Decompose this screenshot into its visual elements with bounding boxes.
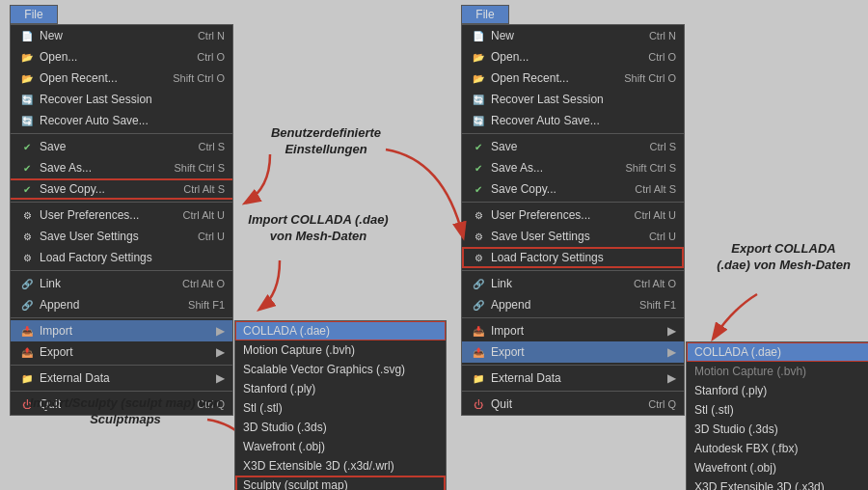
right-divider-4 (462, 317, 684, 318)
right-menu-item-import[interactable]: 📥 Import ▶ (462, 320, 684, 341)
right-export-icon: 📤 (470, 344, 487, 360)
save-user-icon: ⚙ (18, 229, 36, 244)
export-arrow: ▶ (216, 345, 225, 359)
left-divider-3 (11, 270, 232, 271)
right-file-tab[interactable]: File (461, 5, 509, 24)
right-menu-item-open-recent[interactable]: 📂 Open Recent... Shift Ctrl O (462, 68, 684, 89)
right-menu-item-link[interactable]: 🔗 Link Ctrl Alt O (462, 273, 684, 294)
left-divider-4 (11, 317, 232, 318)
arrow-import-collada (251, 256, 309, 313)
right-import-icon: 📥 (470, 323, 487, 339)
left-file-tab[interactable]: File (10, 5, 58, 24)
right-sub-x3d[interactable]: X3D Extensible 3D (.x3d) (687, 477, 868, 490)
right-menu-item-new[interactable]: 📄 New Ctrl N (462, 25, 684, 46)
right-menu-item-load-factory[interactable]: ⚙ Load Factory Settings (462, 247, 684, 268)
right-quit-icon: ⏻ (470, 396, 487, 412)
right-sub-mocap[interactable]: Motion Capture (.bvh) (687, 362, 868, 381)
external-data-icon: 📁 (18, 370, 36, 386)
left-sub-mocap[interactable]: Motion Capture (.bvh) (235, 340, 446, 360)
left-sub-x3d[interactable]: X3D Extensible 3D (.x3d/.wrl) (235, 456, 446, 476)
right-menu-item-save-as[interactable]: ✔ Save As... Shift Ctrl S (462, 157, 684, 178)
load-factory-icon: ⚙ (18, 250, 36, 265)
right-recover-last-icon: 🔄 (470, 92, 487, 107)
right-import-arrow: ▶ (667, 324, 676, 338)
right-menu-item-external-data[interactable]: 📁 External Data ▶ (462, 368, 684, 389)
new-icon: 📄 (18, 28, 36, 43)
right-new-icon: 📄 (470, 28, 487, 43)
left-divider-2 (11, 202, 232, 203)
left-menu-item-open-recent[interactable]: 📂 Open Recent... Shift Ctrl O (11, 68, 232, 89)
arrow-benutzerdefinierte-right (366, 140, 482, 256)
right-divider-3 (462, 270, 684, 271)
left-sub-wavefront[interactable]: Wavefront (.obj) (235, 437, 446, 456)
left-sub-3ds[interactable]: 3D Studio (.3ds) (235, 418, 446, 437)
right-menu-item-save[interactable]: ✔ Save Ctrl S (462, 136, 684, 157)
right-export-arrow: ▶ (667, 345, 676, 359)
right-menu-item-recover-auto[interactable]: 🔄 Recover Auto Save... (462, 110, 684, 131)
right-menu-item-save-copy[interactable]: ✔ Save Copy... Ctrl Alt S (462, 178, 684, 200)
right-sub-wavefront[interactable]: Wavefront (.obj) (687, 458, 868, 477)
left-menu-item-recover-auto[interactable]: 🔄 Recover Auto Save... (11, 110, 232, 131)
left-sub-collada[interactable]: COLLADA (.dae) (235, 321, 446, 340)
left-menu-item-external-data[interactable]: 📁 External Data ▶ (11, 368, 232, 389)
left-menu-item-save-user[interactable]: ⚙ Save User Settings Ctrl U (11, 226, 232, 247)
right-sub-stl[interactable]: Stl (.stl) (687, 400, 868, 420)
annotation-import-sculpty: Import/Sculpty (sculpt map) von Sculptma… (29, 395, 222, 428)
right-open-recent-icon: 📂 (470, 70, 487, 86)
annotation-export-collada: Export COLLADA (.dae) von Mesh-Daten (714, 241, 854, 274)
right-open-icon: 📂 (470, 49, 487, 65)
arrow-benutzerdefinierte (231, 150, 280, 207)
left-menu-item-load-factory[interactable]: ⚙ Load Factory Settings (11, 247, 232, 268)
user-prefs-icon: ⚙ (18, 207, 36, 223)
left-menu-item-open[interactable]: 📂 Open... Ctrl O (11, 46, 232, 68)
right-external-data-icon: 📁 (470, 370, 487, 386)
left-menu-item-import[interactable]: 📥 Import ▶ COLLADA (.dae) Motion Capture… (11, 320, 232, 341)
export-icon: 📤 (18, 344, 36, 360)
right-sub-3ds[interactable]: 3D Studio (.3ds) (687, 420, 868, 439)
left-menu-item-save[interactable]: ✔ Save Ctrl S (11, 136, 232, 157)
left-sub-sculpty[interactable]: Sculpty (sculpt map) (235, 476, 446, 490)
right-export-submenu: COLLADA (.dae) Motion Capture (.bvh) Sta… (686, 341, 868, 490)
open-recent-icon: 📂 (18, 70, 36, 86)
save-as-icon: ✔ (18, 160, 36, 176)
right-sub-stanford[interactable]: Stanford (.ply) (687, 381, 868, 400)
left-menu-item-export[interactable]: 📤 Export ▶ (11, 341, 232, 363)
external-data-arrow: ▶ (216, 371, 225, 385)
import-arrow: ▶ (216, 324, 225, 338)
left-menu-item-new[interactable]: 📄 New Ctrl N (11, 25, 232, 46)
left-sub-stl[interactable]: Stl (.stl) (235, 398, 446, 418)
left-import-submenu: COLLADA (.dae) Motion Capture (.bvh) Sca… (234, 320, 447, 490)
right-menu-item-append[interactable]: 🔗 Append Shift F1 (462, 294, 684, 315)
recover-last-icon: 🔄 (18, 92, 36, 107)
left-menu-item-user-prefs[interactable]: ⚙ User Preferences... Ctrl Alt U (11, 204, 232, 226)
right-menu-item-open[interactable]: 📂 Open... Ctrl O (462, 46, 684, 68)
right-divider-6 (462, 391, 684, 392)
right-menu-item-quit[interactable]: ⏻ Quit Ctrl Q (462, 394, 684, 415)
right-divider-2 (462, 202, 684, 203)
right-divider-1 (462, 133, 684, 134)
arrow-export-collada (704, 289, 772, 347)
right-menu-item-export[interactable]: 📤 Export ▶ COLLADA (.dae) Motion Capture… (462, 341, 684, 363)
left-menu-item-recover-last[interactable]: 🔄 Recover Last Session (11, 89, 232, 110)
recover-auto-icon: 🔄 (18, 113, 36, 128)
right-menu-item-user-prefs[interactable]: ⚙ User Preferences... Ctrl Alt U (462, 204, 684, 226)
right-sub-collada[interactable]: COLLADA (.dae) (687, 342, 868, 362)
right-menu-container: File 📄 New Ctrl N 📂 Open... Ctrl O 📂 Ope… (461, 5, 685, 416)
left-menu-item-save-as[interactable]: ✔ Save As... Shift Ctrl S (11, 157, 232, 178)
left-sub-stanford[interactable]: Stanford (.ply) (235, 379, 446, 398)
right-divider-5 (462, 365, 684, 366)
left-menu-item-link[interactable]: 🔗 Link Ctrl Alt O (11, 273, 232, 294)
right-menu-item-recover-last[interactable]: 🔄 Recover Last Session (462, 89, 684, 110)
left-menu-panel: 📄 New Ctrl N 📂 Open... Ctrl O 📂 Open Rec… (10, 24, 233, 416)
right-external-data-arrow: ▶ (667, 371, 676, 385)
left-sub-svg[interactable]: Scalable Vector Graphics (.svg) (235, 360, 446, 379)
right-menu-item-save-user[interactable]: ⚙ Save User Settings Ctrl U (462, 226, 684, 247)
right-menu-panel: 📄 New Ctrl N 📂 Open... Ctrl O 📂 Open Rec… (461, 24, 685, 416)
append-icon: 🔗 (18, 297, 36, 313)
link-icon: 🔗 (18, 276, 36, 291)
left-menu-item-append[interactable]: 🔗 Append Shift F1 (11, 294, 232, 315)
right-sub-fbx[interactable]: Autodesk FBX (.fbx) (687, 439, 868, 458)
right-append-icon: 🔗 (470, 297, 487, 313)
left-menu-item-save-copy[interactable]: ✔ Save Copy... Ctrl Alt S (11, 178, 232, 200)
left-menu-container: File 📄 New Ctrl N 📂 Open... Ctrl O 📂 Ope… (10, 5, 233, 416)
